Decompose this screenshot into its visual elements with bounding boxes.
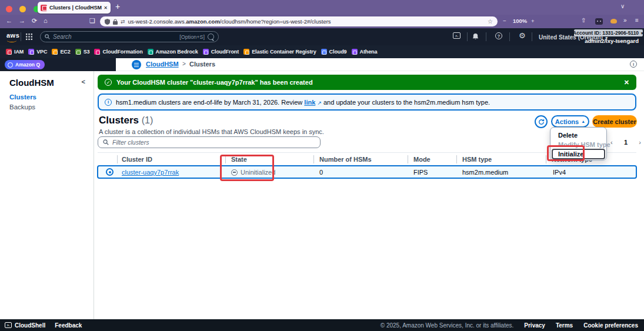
url-text[interactable]: us-west-2.console.aws.amazon.com/cloudhs… — [128, 18, 331, 25]
pagination: ‹ 1 › — [610, 138, 641, 147]
divider — [313, 155, 314, 163]
notifications-bell-icon[interactable] — [472, 33, 479, 40]
bookmark-iam[interactable]: IAM — [6, 49, 24, 55]
sidebar-collapse-icon[interactable]: < — [82, 78, 85, 85]
bookmark-star-icon[interactable]: ☆ — [488, 18, 493, 25]
info-icon: i — [105, 99, 112, 106]
feedback-link[interactable]: Feedback — [55, 322, 82, 329]
bookmark-athena[interactable]: Athena — [352, 49, 378, 55]
row-radio-selected[interactable] — [106, 168, 114, 176]
cloud9-icon — [321, 49, 327, 55]
success-check-icon: ✓ — [105, 79, 112, 86]
tab-list-chevron-icon[interactable]: ∨ — [620, 3, 625, 9]
network-type-cell: IPv4 — [553, 169, 566, 176]
search-icon — [45, 34, 50, 39]
create-cluster-button[interactable]: Create cluster — [592, 115, 637, 128]
window-minimize-button[interactable] — [19, 6, 26, 12]
col-mode[interactable]: Mode — [413, 156, 431, 163]
col-number-of-hsms[interactable]: Number of HSMs — [319, 156, 372, 163]
save-to-pocket-icon[interactable]: ⇧ — [581, 17, 586, 24]
cloudshell-icon[interactable]: >. — [453, 32, 461, 39]
overflow-icon[interactable]: » — [623, 17, 627, 24]
external-link-icon: ↗ — [317, 100, 322, 106]
cluster-id-link[interactable]: cluster-uaqy7p7rrak — [122, 169, 179, 176]
service-menu-icon[interactable] — [132, 60, 141, 69]
bookmark-ecr[interactable]: Elastic Container Registry — [243, 49, 316, 55]
address-bar[interactable]: ⇄ us-west-2.console.aws.amazon.com/cloud… — [100, 16, 498, 26]
sidebar-item-clusters[interactable]: Clusters — [9, 93, 36, 101]
sidebar-item-backups[interactable]: Backups — [9, 103, 35, 111]
services-grid-icon[interactable] — [26, 34, 32, 40]
next-page-icon[interactable]: › — [639, 139, 641, 146]
col-hsm-type[interactable]: HSM type — [462, 156, 492, 163]
refresh-button[interactable] — [535, 115, 548, 128]
bookmark-vpc[interactable]: VPC — [28, 49, 47, 55]
zoom-in-icon[interactable]: + — [531, 18, 535, 24]
number-of-hsms-cell: 0 — [319, 169, 323, 176]
home-icon[interactable]: ⌂ — [44, 17, 48, 24]
footer-cloudshell-button[interactable]: >.CloudShell — [5, 322, 45, 329]
lock-icon[interactable] — [113, 19, 118, 25]
forward-icon[interactable]: → — [19, 17, 25, 24]
actions-button[interactable]: Actions▲ — [551, 115, 589, 128]
flashbar-close-icon[interactable]: ✕ — [624, 79, 629, 86]
sidebar-toggle-icon[interactable]: ❏ — [89, 17, 95, 25]
window-close-button[interactable] — [6, 6, 12, 12]
help-icon[interactable]: ? — [495, 32, 502, 39]
bookmark-cloudfront[interactable]: CloudFront — [203, 49, 239, 55]
divider — [509, 32, 510, 41]
container-switch-icon[interactable]: ⇄ — [121, 19, 125, 25]
privacy-link[interactable]: Privacy — [524, 322, 545, 329]
divider — [456, 155, 457, 163]
browser-titlebar: Clusters | CloudHSM Console ✕ + ∨ — [0, 0, 644, 15]
back-icon[interactable]: ← — [6, 17, 12, 24]
previous-page-icon[interactable]: ‹ — [610, 139, 613, 146]
amazon-q-search-icon[interactable] — [208, 34, 214, 40]
zoom-level[interactable]: 100% — [513, 18, 527, 24]
menu-item-initialize[interactable]: Initialize — [552, 149, 605, 159]
extension-icon[interactable] — [610, 19, 617, 24]
tab-close-icon[interactable]: ✕ — [104, 5, 108, 11]
col-state[interactable]: State — [231, 156, 247, 163]
success-flashbar: ✓ Your CloudHSM cluster "cluster-uaqy7p7… — [98, 75, 636, 90]
cloudhsm-favicon-icon — [41, 5, 47, 11]
browser-window: Clusters | CloudHSM Console ✕ + ∨ ← → ⟳ … — [0, 0, 644, 331]
filter-input[interactable] — [112, 139, 315, 146]
mode-cell: FIPS — [413, 169, 428, 176]
account-menu[interactable]: Account ID: 1331-2906-5110 ▼ — [574, 29, 643, 36]
new-tab-button[interactable]: + — [115, 2, 120, 11]
bedrock-icon — [148, 49, 154, 55]
divider — [486, 32, 486, 41]
col-cluster-id[interactable]: Cluster ID — [122, 156, 152, 163]
profile-icon[interactable] — [595, 18, 603, 25]
reload-icon[interactable]: ⟳ — [32, 17, 37, 25]
page-info-icon[interactable]: i — [630, 61, 637, 68]
menu-icon[interactable]: ≡ — [635, 17, 639, 24]
current-page[interactable]: 1 — [624, 139, 628, 146]
filter-box[interactable] — [98, 136, 321, 148]
eol-link[interactable]: link — [304, 99, 315, 106]
page-title: Clusters (1) — [99, 115, 153, 126]
settings-gear-icon[interactable]: ⚙ — [519, 31, 526, 40]
cloudshell-terminal-icon: >. — [5, 322, 12, 328]
bookmark-cloudformation[interactable]: CloudFormation — [94, 49, 142, 55]
aws-logo[interactable]: aws — [6, 32, 19, 39]
search-input[interactable] — [53, 34, 176, 40]
terms-link[interactable]: Terms — [556, 322, 573, 329]
amazon-q-button[interactable]: Amazon Q — [5, 60, 45, 69]
zoom-out-icon[interactable]: − — [503, 18, 506, 24]
bookmark-cloud9[interactable]: Cloud9 — [321, 49, 347, 55]
bookmark-ec2[interactable]: EC2 — [52, 49, 70, 55]
bookmark-bedrock[interactable]: Amazon Bedrock — [148, 49, 198, 55]
menu-item-delete[interactable]: Delete — [558, 132, 578, 139]
cookie-preferences-link[interactable]: Cookie preferences — [583, 322, 638, 329]
success-message: Your CloudHSM cluster "cluster-uaqy7p7rr… — [116, 79, 619, 86]
breadcrumb-service-link[interactable]: CloudHSM — [146, 61, 179, 68]
divider — [467, 32, 468, 41]
bookmark-s3[interactable]: S3 — [75, 49, 90, 55]
breadcrumb-current: Clusters — [189, 61, 215, 68]
browser-tab[interactable]: Clusters | CloudHSM Console ✕ — [38, 2, 111, 14]
console-search[interactable]: [Option+S] — [40, 31, 219, 42]
tracking-shield-icon[interactable] — [105, 19, 110, 25]
breadcrumb-separator: > — [182, 61, 186, 67]
